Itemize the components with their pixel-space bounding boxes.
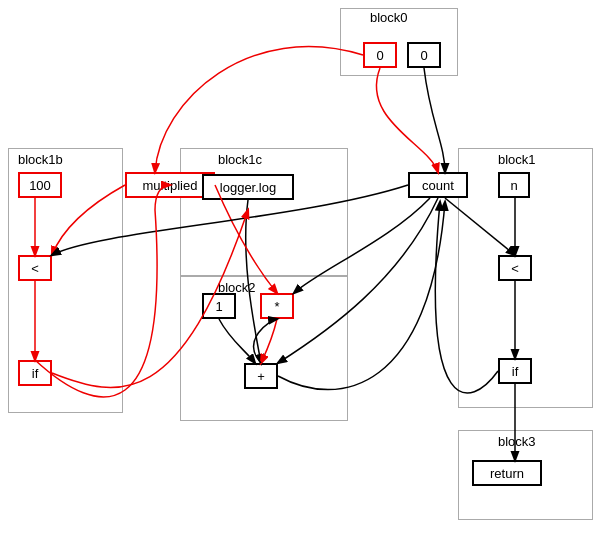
block1c-region [180, 148, 348, 276]
node-n: n [498, 172, 530, 198]
block1-label: block1 [498, 152, 536, 167]
diagram: block0 block1b block1c block2 block1 blo… [0, 0, 607, 546]
node-star: * [260, 293, 294, 319]
node-logger-log: logger.log [202, 174, 294, 200]
node-0a: 0 [363, 42, 397, 68]
block3-label: block3 [498, 434, 536, 449]
node-if2: if [498, 358, 532, 384]
node-0b: 0 [407, 42, 441, 68]
block1c-label: block1c [218, 152, 262, 167]
node-plus: + [244, 363, 278, 389]
block1b-label: block1b [18, 152, 63, 167]
node-count: count [408, 172, 468, 198]
node-lt1: < [18, 255, 52, 281]
node-1: 1 [202, 293, 236, 319]
node-return: return [472, 460, 542, 486]
block0-label: block0 [370, 10, 408, 25]
node-100: 100 [18, 172, 62, 198]
node-if1: if [18, 360, 52, 386]
node-lt2: < [498, 255, 532, 281]
